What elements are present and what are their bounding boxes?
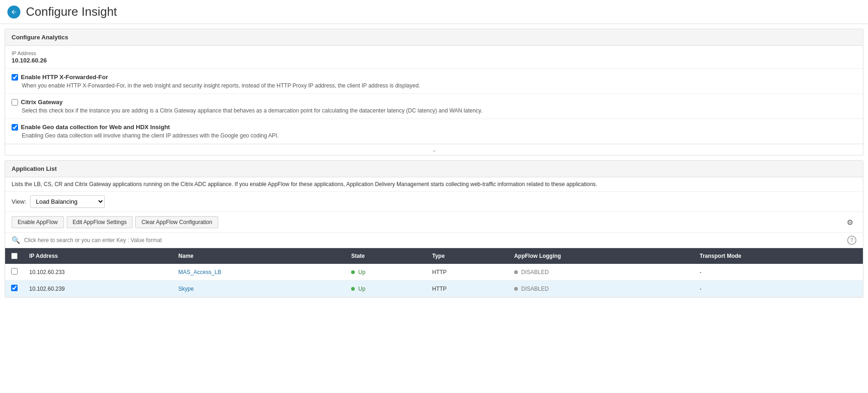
clear-appflow-configuration-button[interactable]: Clear AppFlow Configuration [135, 216, 218, 228]
http-xforwarded-desc: When you enable HTTP X-Forwarded-For, in… [12, 82, 856, 89]
col-state: State [346, 248, 427, 264]
http-xforwarded-row: Enable HTTP X-Forwarded-For When you ena… [5, 69, 863, 94]
row-name: MAS_Access_LB [173, 264, 346, 281]
application-list-section: Application List Lists the LB, CS, CR an… [5, 160, 863, 298]
row-state: Up [346, 281, 427, 297]
back-button[interactable] [7, 6, 20, 19]
ip-address-label: IP Address [12, 50, 856, 56]
edit-appflow-settings-button[interactable]: Edit AppFlow Settings [67, 216, 133, 228]
page-header: Configure Insight [0, 0, 868, 24]
application-list-header: Application List [5, 161, 863, 177]
http-xforwarded-label: Enable HTTP X-Forwarded-For [21, 74, 108, 81]
ip-address-value: 10.102.60.26 [12, 57, 856, 64]
row-checkbox-cell [5, 281, 24, 297]
ip-address-field: IP Address 10.102.60.26 [5, 46, 863, 69]
application-list-description: Lists the LB, CS, CR and Citrix Gateway … [5, 177, 863, 192]
configure-analytics-header: Configure Analytics [5, 29, 863, 46]
row-ip: 10.102.60.233 [24, 264, 173, 281]
geo-data-label: Enable Geo data collection for Web and H… [21, 124, 170, 131]
row-checkbox[interactable] [11, 285, 18, 291]
geo-data-row: Enable Geo data collection for Web and H… [5, 119, 863, 144]
view-row: View: Load Balancing Content Switching C… [5, 192, 863, 212]
col-transport-mode: Transport Mode [694, 248, 863, 264]
select-all-checkbox[interactable] [11, 253, 18, 259]
row-checkbox[interactable] [11, 268, 18, 274]
enable-appflow-button[interactable]: Enable AppFlow [12, 216, 64, 228]
table-header-row: IP Address Name State Type AppFlow Loggi… [5, 248, 863, 264]
row-type: HTTP [427, 264, 509, 281]
geo-data-desc: Enabling Geo data collection will involv… [12, 132, 856, 139]
state-dot [351, 287, 355, 291]
row-name: Skype [173, 281, 346, 297]
col-checkbox [5, 248, 24, 264]
col-type: Type [427, 248, 509, 264]
state-dot [351, 270, 355, 274]
page-title: Configure Insight [26, 5, 117, 19]
row-transport: - [694, 281, 863, 297]
col-name: Name [173, 248, 346, 264]
application-table: IP Address Name State Type AppFlow Loggi… [5, 248, 863, 297]
row-appflow: DISABLED [509, 281, 694, 297]
configure-analytics-section: Configure Analytics IP Address 10.102.60… [5, 29, 863, 156]
appflow-dot [514, 287, 518, 291]
citrix-gateway-checkbox[interactable] [12, 99, 18, 106]
table-row: 10.102.60.239 Skype Up HTTP DISABLED - [5, 281, 863, 297]
help-icon[interactable]: ? [847, 236, 856, 245]
row-checkbox-cell [5, 264, 24, 281]
row-type: HTTP [427, 281, 509, 297]
table-row: 10.102.60.233 MAS_Access_LB Up HTTP DISA… [5, 264, 863, 281]
col-appflow-logging: AppFlow Logging [509, 248, 694, 264]
toolbar-row: Enable AppFlow Edit AppFlow Settings Cle… [5, 212, 863, 233]
search-input[interactable] [24, 237, 843, 243]
row-transport: - [694, 264, 863, 281]
view-select[interactable]: Load Balancing Content Switching Cache R… [30, 195, 105, 208]
search-icon: 🔍 [12, 236, 20, 244]
geo-data-checkbox[interactable] [12, 124, 18, 131]
http-xforwarded-checkbox[interactable] [12, 74, 18, 81]
configure-analytics-body: IP Address 10.102.60.26 Enable HTTP X-Fo… [5, 46, 863, 155]
appflow-text: DISABLED [521, 286, 548, 292]
row-state: Up [346, 264, 427, 281]
citrix-gateway-row: Citrix Gateway Select this check box if … [5, 94, 863, 119]
gear-button[interactable]: ⚙ [843, 216, 856, 229]
col-ip-address: IP Address [24, 248, 173, 264]
view-label: View: [12, 198, 26, 205]
appflow-dot [514, 270, 518, 274]
gear-icon: ⚙ [847, 218, 853, 227]
collapse-toggle[interactable]: ⌄ [5, 144, 863, 155]
search-row: 🔍 ? [5, 233, 863, 248]
citrix-gateway-desc: Select this check box if the instance yo… [12, 107, 856, 114]
row-ip: 10.102.60.239 [24, 281, 173, 297]
state-text: Up [359, 286, 365, 292]
row-appflow: DISABLED [509, 264, 694, 281]
appflow-text: DISABLED [521, 269, 548, 275]
state-text: Up [359, 269, 365, 275]
citrix-gateway-label: Citrix Gateway [21, 99, 63, 106]
